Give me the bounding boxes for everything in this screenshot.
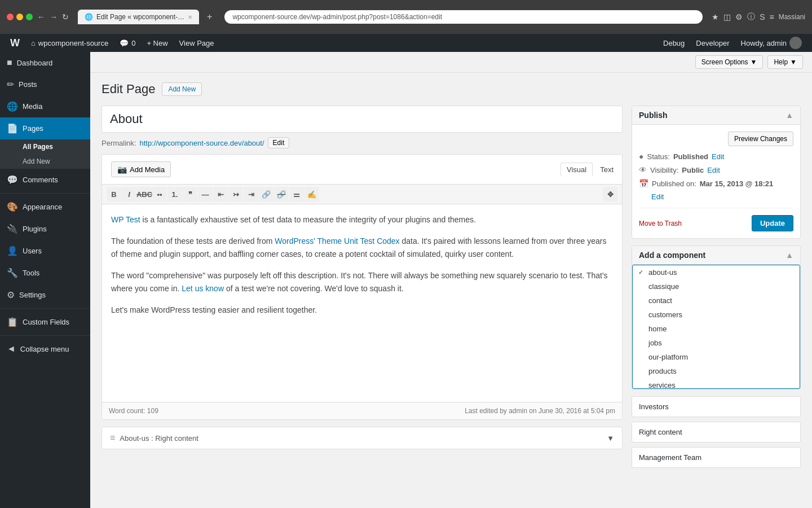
editor-content[interactable]: WP Test is a fantastically exhaustive se… — [102, 204, 622, 402]
sidebar-item-appearance[interactable]: 🎨 Appearance — [0, 196, 90, 218]
sidebar-item-dashboard[interactable]: ■ Dashboard — [0, 52, 90, 73]
info-icon[interactable]: ⓘ — [747, 12, 755, 22]
about-bar[interactable]: ≡ About-us : Right content ▼ — [102, 427, 623, 449]
component-item-products[interactable]: products — [633, 364, 800, 378]
published-edit-link[interactable]: Edit — [651, 192, 664, 201]
media-icon: 🌐 — [7, 101, 18, 112]
component-item-classique[interactable]: classique — [633, 279, 800, 294]
sidebar-item-tools[interactable]: 🔧 Tools — [0, 262, 90, 284]
sidebar-item-users[interactable]: 👤 Users — [0, 240, 90, 262]
update-button[interactable]: Update — [752, 215, 793, 231]
developer-item[interactable]: Developer — [690, 34, 735, 52]
menu-icon[interactable]: ≡ — [769, 12, 774, 21]
sidebar-item-posts[interactable]: ✏ Posts — [0, 73, 90, 95]
link-button[interactable]: 🔗 — [259, 187, 273, 202]
status-edit-link[interactable]: Edit — [712, 152, 724, 161]
settings-icon[interactable]: ⚙ — [735, 12, 743, 21]
component-dropdown[interactable]: ✓ about-us classique contact — [632, 265, 800, 389]
permalink-edit-button[interactable]: Edit — [268, 137, 290, 148]
sidebar-label-appearance: Appearance — [23, 203, 62, 211]
component-item-jobs[interactable]: jobs — [633, 336, 800, 350]
let-us-know-link[interactable]: Let us know — [182, 284, 224, 293]
new-item[interactable]: + New — [141, 34, 173, 52]
close-dot[interactable] — [7, 14, 14, 20]
tab-visual[interactable]: Visual — [561, 163, 593, 177]
back-icon[interactable]: ← — [37, 12, 45, 21]
tab-text[interactable]: Text — [594, 163, 620, 177]
align-left-button[interactable]: ⇤ — [213, 187, 228, 202]
management-team-box[interactable]: Management Team — [632, 447, 801, 468]
sidebar-item-custom-fields[interactable]: 📋 Custom Fields — [0, 311, 90, 333]
component-label-products: products — [648, 367, 677, 375]
tools-icon: 🔧 — [7, 268, 18, 278]
publish-title: Publish — [639, 111, 668, 120]
tab-title: Edit Page « wpcomponent-… — [96, 13, 184, 21]
address-bar[interactable]: wpcomponent-source.dev/wp-admin/post.php… — [224, 10, 703, 24]
visibility-edit-link[interactable]: Edit — [707, 166, 720, 174]
component-item-services[interactable]: services — [633, 378, 800, 389]
sidebar-item-comments[interactable]: 💬 Comments — [0, 169, 90, 191]
component-label-about-us: about-us — [648, 268, 677, 277]
sidebar-collapse-item[interactable]: ◄ Collapse menu — [0, 338, 90, 360]
add-component-toggle-icon[interactable]: ▲ — [785, 251, 793, 260]
component-item-our-platform[interactable]: our-platform — [633, 350, 800, 364]
maximize-dot[interactable] — [26, 14, 33, 20]
component-item-contact[interactable]: contact — [633, 294, 800, 308]
component-item-about-us[interactable]: ✓ about-us — [633, 265, 800, 279]
add-new-button[interactable]: Add New — [162, 82, 202, 96]
sidebar-item-pages[interactable]: 📄 Pages — [0, 117, 90, 139]
component-item-customers[interactable]: customers — [633, 308, 800, 322]
investors-title: Investors — [639, 402, 669, 411]
blockquote-button[interactable]: ❞ — [183, 187, 197, 202]
site-name-item[interactable]: ⌂ wpcomponent-source — [25, 34, 114, 52]
unordered-list-button[interactable]: •• — [152, 187, 167, 202]
reload-icon[interactable]: ↻ — [62, 12, 69, 21]
wp-test-link[interactable]: WP Test — [111, 215, 140, 224]
align-right-button[interactable]: ⇥ — [244, 187, 258, 202]
new-tab-button[interactable]: + — [204, 12, 215, 22]
ordered-list-button[interactable]: 1. — [167, 187, 182, 202]
theme-unit-test-link[interactable]: WordPress' Theme Unit Test Codex — [275, 237, 399, 246]
preview-changes-button[interactable]: Preview Changes — [728, 132, 793, 146]
right-content-box[interactable]: Right content — [632, 422, 801, 443]
permalink-url[interactable]: http://wpcomponent-source.dev/about/ — [139, 139, 264, 147]
sidebar-item-plugins[interactable]: 🔌 Plugins — [0, 218, 90, 240]
debug-item[interactable]: Debug — [657, 34, 690, 52]
sidebar-sub-add-new[interactable]: Add New — [16, 154, 90, 169]
extension-icon[interactable]: S — [760, 12, 765, 21]
bookmark-icon[interactable]: ★ — [712, 12, 719, 21]
publish-toggle-icon[interactable]: ▲ — [785, 111, 793, 120]
screen-options-button[interactable]: Screen Options ▼ — [695, 55, 764, 69]
browser-tab[interactable]: 🌐 Edit Page « wpcomponent-… ✕ — [78, 10, 199, 24]
minimize-dot[interactable] — [16, 14, 23, 20]
unlink-button[interactable]: 🔗 — [274, 187, 289, 202]
comments-item[interactable]: 💬 0 — [114, 34, 141, 52]
align-center-button[interactable]: ↣ — [228, 187, 243, 202]
display-icon[interactable]: ◫ — [723, 12, 731, 21]
sidebar-item-media[interactable]: 🌐 Media — [0, 95, 90, 117]
insert-table-button[interactable]: ⚌ — [289, 187, 304, 202]
wp-sidebar: ■ Dashboard ✏ Posts 🌐 Media 📄 Pages All … — [0, 52, 90, 508]
insert-wp-button[interactable]: ✍ — [304, 187, 319, 202]
investors-box[interactable]: Investors — [632, 396, 801, 417]
sidebar-sub-all-pages[interactable]: All Pages — [16, 139, 90, 154]
screen-options-bar: Screen Options ▼ Help ▼ — [90, 52, 812, 73]
help-button[interactable]: Help ▼ — [767, 55, 803, 69]
post-title-input[interactable] — [102, 106, 623, 133]
italic-button[interactable]: I — [122, 187, 136, 202]
view-page-item[interactable]: View Page — [174, 34, 220, 52]
bold-button[interactable]: B — [107, 187, 121, 202]
sidebar-item-settings[interactable]: ⚙ Settings — [0, 284, 90, 306]
add-media-button[interactable]: 📷 Add Media — [111, 161, 171, 177]
expand-toolbar-button[interactable]: ✥ — [603, 187, 617, 202]
move-to-trash-link[interactable]: Move to Trash — [639, 220, 682, 227]
strikethrough-button[interactable]: ABC — [137, 187, 152, 202]
horizontal-rule-button[interactable]: — — [198, 187, 213, 202]
tab-close-icon[interactable]: ✕ — [188, 14, 192, 20]
custom-fields-icon: 📋 — [7, 317, 18, 327]
wp-logo-item[interactable]: W — [5, 34, 25, 52]
howdy-item[interactable]: Howdy, admin — [735, 34, 807, 52]
component-item-home[interactable]: home — [633, 322, 800, 336]
about-bar-expand-icon[interactable]: ▼ — [607, 434, 614, 443]
forward-icon[interactable]: → — [50, 12, 58, 21]
